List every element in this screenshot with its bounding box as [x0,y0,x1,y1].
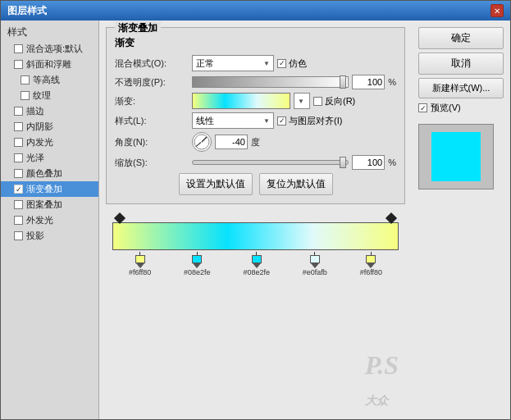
close-button[interactable]: ✕ [490,4,504,17]
gradient-dropdown-btn[interactable]: ▼ [294,93,310,109]
blend-mode-control: 正常 ▼ 仿色 [192,55,396,71]
sidebar-item-bevel[interactable]: 斜面和浮雕 [1,57,98,72]
stop-arrow-1 [136,263,144,268]
stop-icon-5 [366,255,376,268]
gradient-bar[interactable] [112,222,399,250]
stop-label-2: #08e2fe [184,268,211,276]
sidebar-cb-innershadow [14,122,23,131]
sidebar-cb-texture [21,91,30,100]
gradient-swatch-control: ▼ 反向(R) [192,93,396,109]
bottom-buttons: 设置为默认值 复位为默认值 [115,173,396,195]
gradient-swatch[interactable] [192,93,290,109]
preview-cb[interactable] [418,103,427,112]
sidebar-cb-stroke [14,107,23,116]
sidebar-cb-bevel [14,60,23,69]
sidebar-label-innerglow: 内发光 [26,136,53,148]
sidebar-cb-innerglow [14,138,23,147]
sidebar-item-contour[interactable]: 等高线 [1,72,98,88]
sub-section-label: 渐变 [115,36,396,50]
sidebar-item-gradientoverlay[interactable]: 渐变叠加 [1,181,98,197]
dialog-body: 样式 混合选项:默认 斜面和浮雕 等高线 纹理 描边 [1,21,510,419]
sidebar-item-blend[interactable]: 混合选项:默认 [1,41,98,57]
scale-control: % [192,155,396,170]
sidebar-item-coloroverlay[interactable]: 颜色叠加 [1,166,98,181]
set-default-button[interactable]: 设置为默认值 [179,173,253,195]
sidebar: 样式 混合选项:默认 斜面和浮雕 等高线 纹理 描边 [1,21,99,419]
sidebar-item-outerglow[interactable]: 外发光 [1,212,98,228]
align-checkbox-row: 与图层对齐(I) [277,115,342,127]
angle-dial[interactable] [192,132,212,152]
style-control: 线性 ▼ 与图层对齐(I) [192,112,396,129]
sidebar-item-texture[interactable]: 纹理 [1,88,98,103]
gradient-swatch-row: 渐变: ▼ 反向(R) [115,93,396,109]
sidebar-item-satin[interactable]: 光泽 [1,150,98,166]
reset-default-button[interactable]: 复位为默认值 [259,173,333,195]
opacity-label: 不透明度(P): [115,76,189,89]
color-stop-2[interactable]: #08e2fe [184,252,211,276]
watermark: P.S大众 [365,350,399,411]
preview-check-row: 预览(V) [418,102,504,114]
stop-icon-3 [252,255,262,268]
dither-checkbox-row: 仿色 [277,57,307,70]
scale-input[interactable] [352,155,385,170]
preview-label: 预览(V) [431,102,461,114]
sidebar-label-outerglow: 外发光 [26,214,53,226]
style-dropdown[interactable]: 线性 ▼ [192,112,274,129]
ok-button[interactable]: 确定 [418,27,504,49]
sidebar-label-blend: 混合选项:默认 [26,43,83,55]
sidebar-item-dropshadow[interactable]: 投影 [1,228,98,244]
stop-arrow-4 [311,263,319,268]
sidebar-item-innershadow[interactable]: 内阴影 [1,119,98,135]
reverse-cb[interactable] [313,97,322,106]
angle-row: 角度(N): 度 [115,132,396,152]
blend-mode-label: 混合模式(O): [115,57,189,70]
blend-mode-dropdown[interactable]: 正常 ▼ [192,55,274,71]
new-style-button[interactable]: 新建样式(W)... [418,78,504,98]
scale-thumb[interactable] [340,157,346,168]
color-stop-1[interactable]: #f6ff80 [129,252,151,276]
sidebar-label-stroke: 描边 [26,105,44,117]
stop-arrow-3 [253,263,261,268]
sidebar-label-gradientoverlay: 渐变叠加 [26,183,62,195]
stop-label-1: #f6ff80 [129,268,151,276]
dither-cb[interactable] [277,59,286,68]
stop-swatch-3 [252,255,262,263]
opacity-thumb[interactable] [340,75,346,89]
style-arrow: ▼ [263,117,270,125]
sidebar-item-innerglow[interactable]: 内发光 [1,135,98,150]
sidebar-item-stroke[interactable]: 描边 [1,103,98,119]
stop-icon-4 [310,255,320,268]
sidebar-label-texture: 纹理 [33,89,51,102]
stop-icon-1 [135,255,145,268]
angle-input[interactable] [215,135,248,149]
opacity-unit: % [388,77,396,87]
color-stop-4[interactable]: #e0fafb [303,252,327,276]
color-stop-5[interactable]: #f6ff80 [360,252,382,276]
scale-slider[interactable] [192,160,349,165]
sidebar-cb-outerglow [14,216,23,225]
sidebar-item-patternoverlay[interactable]: 图案叠加 [1,197,98,212]
sidebar-cb-satin [14,153,23,162]
sidebar-cb-dropshadow [14,231,23,240]
sidebar-label-bevel: 斜面和浮雕 [26,58,71,71]
dialog-title: 图层样式 [7,4,47,18]
scale-unit: % [388,158,396,167]
opacity-control: % [192,75,396,89]
style-label: 样式(L): [115,115,189,127]
opacity-input[interactable] [352,75,385,89]
reverse-label: 反向(R) [325,95,355,107]
stop-label-5: #f6ff80 [360,268,382,276]
reverse-checkbox-row: 反向(R) [313,95,355,107]
cancel-button[interactable]: 取消 [418,52,504,75]
scale-label: 缩放(S): [115,157,189,169]
opacity-slider[interactable] [192,76,349,88]
color-stop-3[interactable]: #08e2fe [243,252,270,276]
layer-style-dialog: 图层样式 ✕ 样式 混合选项:默认 斜面和浮雕 等高线 纹理 [0,0,511,420]
dither-label: 仿色 [289,57,307,70]
align-label: 与图层对齐(I) [289,115,342,127]
stop-icon-2 [192,255,202,268]
align-cb[interactable] [277,116,286,126]
sidebar-cb-blend [14,44,23,53]
color-strip-section: #f6ff80 #08e2fe [106,211,405,280]
section-title-gradient: 渐变叠加 [115,21,161,35]
